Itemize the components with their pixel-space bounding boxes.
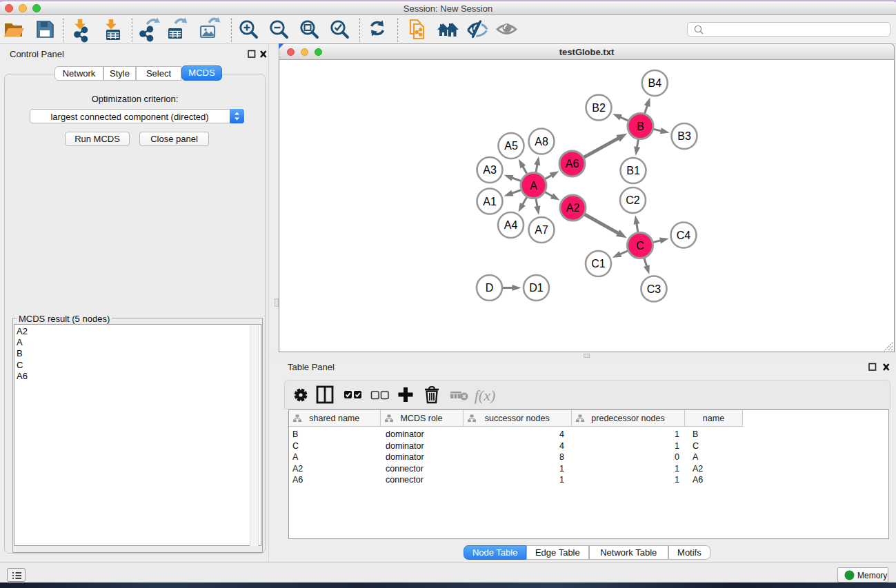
svg-text:A6: A6: [566, 158, 579, 170]
svg-text:A8: A8: [535, 136, 548, 148]
svg-text:A1: A1: [483, 196, 497, 207]
svg-text:D: D: [486, 282, 494, 294]
svg-text:C1: C1: [591, 258, 606, 270]
svg-text:f(x): f(x): [475, 387, 496, 404]
svg-text:C3: C3: [647, 283, 661, 295]
svg-text:B3: B3: [677, 130, 691, 142]
svg-text:B2: B2: [592, 102, 606, 114]
svg-text:A5: A5: [504, 140, 518, 152]
svg-text:C2: C2: [626, 194, 640, 206]
svg-text:D1: D1: [529, 282, 544, 294]
svg-text:B1: B1: [626, 165, 640, 176]
svg-text:A7: A7: [535, 224, 548, 236]
svg-text:C4: C4: [677, 230, 691, 241]
svg-text:B4: B4: [648, 77, 662, 89]
svg-text:A2: A2: [566, 202, 580, 214]
svg-text:A4: A4: [504, 219, 518, 231]
svg-text:A3: A3: [483, 164, 497, 176]
svg-text:B: B: [637, 121, 644, 132]
svg-text:A: A: [530, 180, 537, 192]
svg-text:C: C: [636, 240, 644, 252]
